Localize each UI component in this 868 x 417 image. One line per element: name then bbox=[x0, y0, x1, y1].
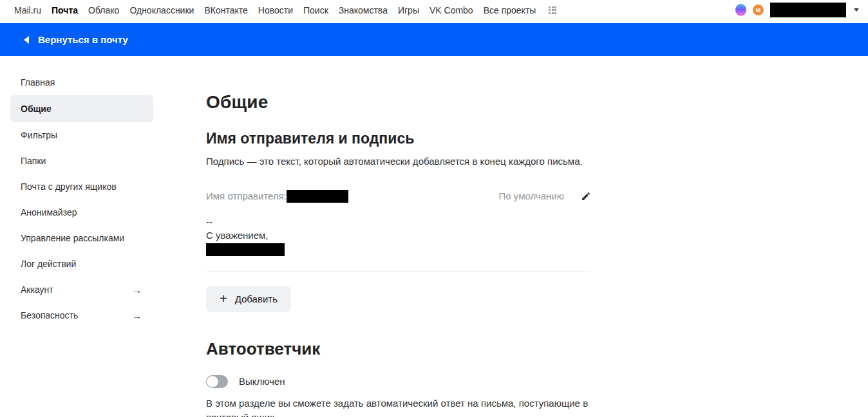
sidebar-item-log-deystviy[interactable]: Лог действий bbox=[0, 251, 153, 277]
nav-vk-combo[interactable]: VK Combo bbox=[429, 5, 473, 15]
toggle-knob bbox=[207, 376, 218, 387]
sidebar-item-filtry[interactable]: Фильтры bbox=[0, 122, 153, 148]
sidebar-item-pochta-s-drugih[interactable]: Почта с других ящиков bbox=[0, 174, 153, 199]
sender-row: Имя отправителя: По умолчанию bbox=[206, 190, 591, 203]
add-button-label: Добавить bbox=[235, 293, 278, 304]
nav-oblako[interactable]: Облако bbox=[88, 5, 119, 15]
sidebar-item-label: Управление рассылками bbox=[21, 233, 124, 243]
autoresponder-toggle-row: Выключен bbox=[206, 375, 591, 388]
arrow-right-icon: → bbox=[132, 284, 142, 295]
sidebar-item-label: Аккаунт bbox=[21, 284, 53, 295]
account-email-redacted[interactable] bbox=[770, 3, 846, 17]
sender-actions: По умолчанию bbox=[499, 190, 591, 201]
sender-name-group: Имя отправителя: bbox=[206, 190, 348, 203]
sidebar-item-label: Безопасность bbox=[21, 310, 78, 320]
sidebar-item-obshchie[interactable]: Общие bbox=[10, 95, 153, 122]
sender-section-title: Имя отправителя и подпись bbox=[206, 130, 591, 147]
sender-name-redacted bbox=[287, 190, 348, 203]
sidebar-item-papki[interactable]: Папки bbox=[0, 148, 153, 174]
nav-igry[interactable]: Игры bbox=[398, 5, 419, 15]
edit-pencil-icon[interactable] bbox=[581, 191, 591, 201]
sidebar-item-upravlenie-rassylkami[interactable]: Управление рассылками bbox=[0, 225, 153, 251]
signature-name-redacted bbox=[206, 243, 285, 256]
add-signature-button[interactable]: + Добавить bbox=[206, 286, 291, 312]
autoresponder-section-title: Автоответчик bbox=[206, 339, 591, 359]
sidebar-item-label: Папки bbox=[21, 156, 46, 166]
sender-name-label: Имя отправителя: bbox=[206, 190, 287, 201]
settings-banner: Вернуться в почту bbox=[0, 23, 868, 56]
signature-line-dashes: -- bbox=[206, 215, 591, 228]
autoresponder-description: В этом разделе вы сможете задать автомат… bbox=[206, 396, 591, 417]
sidebar-item-glavnaya[interactable]: Главная bbox=[0, 70, 153, 95]
sidebar-item-anonimayzer[interactable]: Анонимайзер bbox=[0, 199, 153, 225]
autoresponder-state-label: Выключен bbox=[239, 376, 285, 387]
nav-novosti[interactable]: Новости bbox=[258, 5, 293, 15]
plus-icon: + bbox=[220, 292, 227, 305]
signature-line-regards: С уважением, bbox=[206, 228, 591, 242]
settings-main: Общие Имя отправителя и подпись Подпись … bbox=[206, 56, 591, 417]
arrow-right-icon: → bbox=[132, 310, 142, 321]
sidebar-item-label: Фильтры bbox=[21, 130, 57, 140]
default-badge: По умолчанию bbox=[499, 190, 564, 201]
sidebar-item-bezopasnost[interactable]: Безопасность → bbox=[0, 302, 153, 328]
topbar-account-area: M bbox=[735, 3, 859, 17]
nav-vse-proekty[interactable]: Все проекты bbox=[484, 5, 536, 15]
back-to-mail-button[interactable]: Вернуться в почту bbox=[24, 34, 128, 45]
apps-grid-icon[interactable] bbox=[549, 6, 556, 14]
mail-avatar-icon[interactable]: M bbox=[753, 5, 764, 15]
sidebar-item-label: Лог действий bbox=[21, 259, 76, 269]
section-divider bbox=[206, 272, 591, 272]
sender-section-description: Подпись — это текст, который автоматичес… bbox=[206, 154, 591, 169]
portal-topbar: Mail.ru Почта Облако Одноклассники ВКонт… bbox=[0, 0, 868, 20]
nav-vkontakte[interactable]: ВКонтакте bbox=[204, 5, 247, 15]
back-label: Вернуться в почту bbox=[38, 34, 128, 45]
page-title: Общие bbox=[206, 92, 591, 113]
portal-links: Mail.ru Почта Облако Одноклассники ВКонт… bbox=[14, 5, 556, 15]
sidebar-item-label: Почта с других ящиков bbox=[21, 181, 117, 192]
sidebar-item-akkaunt[interactable]: Аккаунт → bbox=[0, 277, 153, 302]
back-arrow-icon bbox=[24, 36, 29, 44]
signature-block: -- С уважением, bbox=[206, 215, 591, 259]
autoresponder-toggle[interactable] bbox=[206, 375, 228, 388]
nav-pochta[interactable]: Почта bbox=[52, 5, 78, 15]
sidebar-item-label: Главная bbox=[21, 77, 55, 88]
nav-mailru[interactable]: Mail.ru bbox=[14, 5, 41, 15]
sidebar-item-label: Анонимайзер bbox=[21, 207, 77, 218]
caret-down-icon[interactable] bbox=[854, 8, 859, 12]
nav-poisk[interactable]: Поиск bbox=[303, 5, 328, 15]
messenger-icon[interactable] bbox=[735, 4, 746, 16]
nav-odnoklassniki[interactable]: Одноклассники bbox=[129, 5, 194, 15]
settings-sidebar: Главная Общие Фильтры Папки Почта с друг… bbox=[0, 56, 206, 417]
sidebar-item-label: Общие bbox=[21, 104, 52, 114]
nav-znakomstva[interactable]: Знакомства bbox=[339, 5, 388, 15]
